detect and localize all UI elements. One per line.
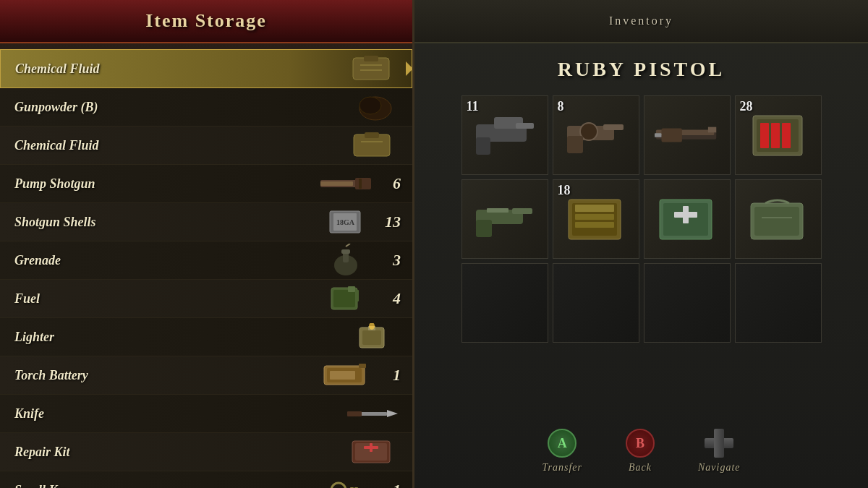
inventory-slot[interactable] [735,179,822,259]
storage-title: Item Storage [145,10,267,32]
svg-rect-50 [603,124,624,130]
left-panel-header: Item Storage [0,0,412,43]
svg-rect-62 [476,220,492,237]
svg-rect-59 [771,123,780,148]
inventory-grid: 1182818 [461,95,822,343]
item-row[interactable]: Lighter [0,318,412,356]
svg-point-39 [331,483,346,488]
item-name: Chemical Fluid [15,61,336,77]
item-row[interactable]: Knife [0,395,412,433]
svg-marker-33 [387,410,398,417]
item-title: RUBY PISTOL [558,58,726,80]
item-row[interactable]: Small Key1 [0,471,412,488]
slot-icon-handgun2 [472,190,537,248]
item-count: 3 [380,251,401,270]
svg-rect-68 [575,214,614,220]
cross-button-icon[interactable] [705,429,733,458]
item-row[interactable]: Chemical Fluid [0,127,412,165]
svg-rect-31 [359,364,366,368]
svg-rect-46 [516,123,534,129]
item-row[interactable]: Torch Battery1 [0,356,412,395]
b-button-icon[interactable]: B [626,429,655,458]
item-name: Torch Battery [14,368,311,383]
item-name: Lighter [14,330,337,345]
item-row[interactable]: Chemical Fluid [0,49,412,88]
svg-rect-75 [754,207,799,236]
slot-icon-pistol [472,106,537,164]
item-count: 1 [380,366,401,385]
slot-icon-ammo2 [563,190,629,248]
svg-line-19 [346,244,350,247]
svg-rect-60 [782,123,791,148]
svg-rect-54 [655,133,661,137]
slot-icon-rifle [655,106,720,164]
inventory-header: Inventory [414,0,868,43]
inventory-slot[interactable] [644,179,731,259]
slot-count: 11 [467,99,479,114]
item-icon-chemical [342,53,400,85]
item-icon-shotgun-shells: 18GA [317,206,375,238]
item-name: Knife [14,406,337,421]
item-icon-gunpowder [343,91,401,123]
inventory-slot [735,263,822,343]
item-count: 6 [380,174,401,193]
item-icon-small-key [317,474,375,488]
svg-rect-21 [333,290,355,307]
item-icon-repair-kit [343,436,401,468]
item-name: Shotgun Shells [14,215,311,230]
controls-area: ATransferBBackNavigate [414,418,868,488]
transfer-button[interactable]: ATransfer [542,429,582,474]
inventory-slot[interactable]: 28 [735,95,822,175]
slot-icon-medpack [655,190,720,248]
svg-rect-23 [355,290,359,301]
inventory-slot[interactable] [644,95,731,175]
item-row[interactable]: Repair Kit [0,433,412,471]
item-name: Repair Kit [14,445,337,460]
inventory-slot [461,263,548,343]
inventory-title: Inventory [609,14,673,27]
item-icon-knife [343,398,401,429]
item-icon-torch-battery [317,359,375,391]
slot-icon-revolver [563,106,629,164]
inventory-slot [553,263,639,343]
item-icon-pump-shotgun [317,168,375,200]
item-name: Chemical Fluid [14,138,337,153]
item-icon-lighter [343,321,401,353]
item-name: Pump Shotgun [14,176,311,192]
svg-rect-38 [370,443,373,452]
item-row[interactable]: Gunpowder (B) [0,88,412,127]
item-count: 13 [380,213,401,231]
inventory-slot[interactable]: 8 [553,95,639,175]
item-icon-fuel [317,283,375,314]
item-row[interactable]: Pump Shotgun6 [0,165,412,203]
svg-rect-1 [364,56,378,61]
svg-rect-58 [760,123,769,148]
svg-point-5 [359,97,381,114]
svg-rect-30 [330,371,355,380]
svg-rect-12 [359,179,362,189]
item-row[interactable]: Shotgun Shells18GA13 [0,203,412,241]
item-name: Fuel [14,291,311,307]
navigate-button[interactable]: Navigate [698,429,741,474]
inventory-slot[interactable]: 11 [461,95,548,175]
item-name: Grenade [14,253,311,268]
selected-arrow-icon [406,61,412,76]
item-list: Chemical FluidGunpowder (B)Chemical Flui… [0,43,412,488]
inventory-slot[interactable] [461,179,548,259]
back-button[interactable]: BBack [626,429,655,474]
item-row[interactable]: Grenade3 [0,241,412,280]
svg-rect-69 [575,222,614,228]
inventory-slot [644,263,731,343]
inventory-grid-area: 1182818 [414,88,868,418]
item-count: 4 [380,289,401,308]
left-panel: Item Storage Chemical FluidGunpowder (B)… [0,0,414,488]
slot-count: 28 [740,99,753,114]
svg-rect-7 [365,132,379,138]
item-row[interactable]: Fuel4 [0,280,412,318]
svg-rect-63 [512,208,532,214]
transfer-label: Transfer [542,462,582,474]
item-title-area: RUBY PISTOL [414,43,868,88]
inventory-slot[interactable]: 18 [553,179,639,259]
a-button-icon[interactable]: A [548,429,576,458]
svg-rect-55 [707,127,715,132]
